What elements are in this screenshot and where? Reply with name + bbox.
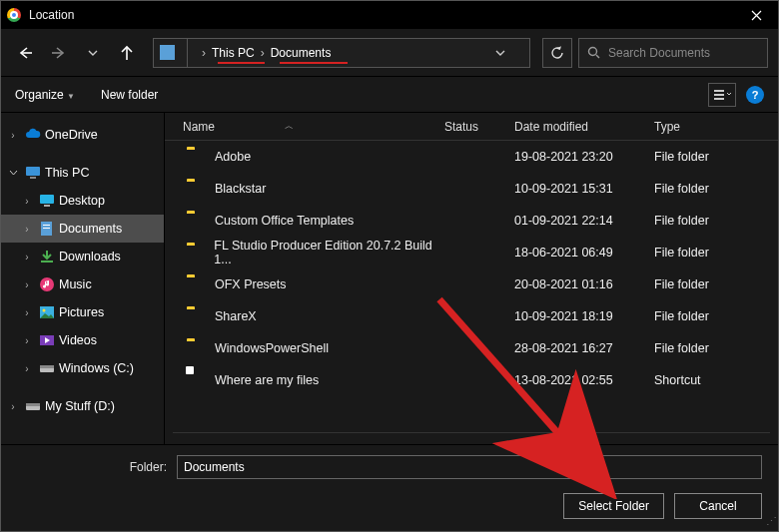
column-headers[interactable]: Name︿ Status Date modified Type [165,113,778,141]
file-date: 20-08-2021 01:16 [514,277,654,291]
table-row[interactable]: Adobe19-08-2021 23:20File folder [165,141,778,173]
file-name: FL Studio Producer Edition 20.7.2 Build … [214,239,444,266]
breadcrumb-root[interactable]: This PC [212,46,255,60]
search-placeholder: Search Documents [608,46,710,60]
col-date[interactable]: Date modified [514,120,654,134]
table-row[interactable]: OFX Presets20-08-2021 01:16File folder [165,268,778,300]
tree-pictures[interactable]: ›Pictures [1,298,164,326]
breadcrumb-leaf[interactable]: Documents [271,46,332,60]
back-button[interactable] [11,39,39,67]
file-name: ShareX [215,309,257,323]
footer: Folder: Select Folder Cancel [1,444,778,531]
resize-grip[interactable]: ⋰ [766,515,775,528]
table-row[interactable]: FL Studio Producer Edition 20.7.2 Build … [165,237,778,268]
breadcrumb-dropdown[interactable] [495,48,523,58]
col-type[interactable]: Type [654,120,778,134]
recent-dropdown[interactable] [79,39,107,67]
table-row[interactable]: WindowsPowerShell28-08-2021 16:27File fo… [165,332,778,364]
table-row[interactable]: Custom Office Templates01-09-2021 22:14F… [165,205,778,237]
svg-point-18 [43,309,46,312]
table-row[interactable]: Where are my files13-08-2021 02:55Shortc… [165,364,778,396]
tree-videos[interactable]: ›Videos [1,326,164,354]
downloads-icon [39,249,55,265]
file-type: File folder [654,150,778,164]
help-button[interactable]: ? [746,86,764,104]
file-type: File folder [654,277,778,291]
tree-music[interactable]: ›Music [1,270,164,298]
arrow-left-icon [17,46,33,60]
refresh-icon [550,46,564,60]
breadcrumb[interactable]: › This PC › Documents [153,38,530,68]
table-row[interactable]: ShareX10-09-2021 18:19File folder [165,300,778,332]
arrow-up-icon [120,45,134,61]
folder-input[interactable] [177,455,762,479]
refresh-button[interactable] [542,38,572,68]
cancel-button[interactable]: Cancel [674,493,762,519]
annotation-underline [218,62,265,64]
window-title: Location [29,8,74,22]
file-date: 18-06-2021 06:49 [514,246,654,260]
close-button[interactable] [734,1,778,29]
svg-rect-11 [44,205,50,207]
table-row[interactable]: Blackstar10-09-2021 15:31File folder [165,173,778,205]
svg-rect-8 [26,167,40,176]
toolbar: Organize ▼ New folder ? [1,77,778,113]
chevron-down-icon [495,48,505,58]
view-button[interactable] [708,83,736,107]
svg-rect-14 [43,228,50,229]
tree-onedrive[interactable]: ›OneDrive [1,121,164,149]
chrome-icon [7,8,21,22]
desktop-icon [39,193,55,209]
pc-icon [25,165,41,181]
new-folder-button[interactable]: New folder [101,88,158,102]
cloud-icon [25,127,41,143]
list-view-icon [713,89,731,101]
documents-icon [39,221,55,237]
tree-documents[interactable]: ›Documents [1,215,164,243]
svg-rect-7 [714,98,724,100]
file-list: Name︿ Status Date modified Type Adobe19-… [165,113,778,444]
select-folder-button[interactable]: Select Folder [563,493,664,519]
organize-menu[interactable]: Organize ▼ [15,88,75,102]
file-name: OFX Presets [215,277,287,291]
search-icon [587,46,600,59]
col-status[interactable]: Status [444,120,514,134]
svg-rect-21 [40,365,54,368]
file-name: Blackstar [215,182,266,196]
chevron-right-icon: › [202,46,206,60]
pictures-icon [39,304,55,320]
file-name: Adobe [215,150,251,164]
nav-tree: ›OneDrive This PC ›Desktop ›Documents ›D… [1,113,165,444]
svg-rect-13 [43,225,50,226]
file-type: File folder [654,214,778,228]
file-date: 19-08-2021 23:20 [514,150,654,164]
file-type: File folder [654,341,778,355]
tree-desktop[interactable]: ›Desktop [1,187,164,215]
svg-rect-10 [40,195,54,204]
chevron-right-icon: › [261,46,265,60]
drive-icon [39,360,55,376]
search-input[interactable]: Search Documents [578,38,768,68]
tree-ddrive[interactable]: ›My Stuff (D:) [1,392,164,420]
file-name: Custom Office Templates [215,214,354,228]
col-name[interactable]: Name [183,120,215,134]
chevron-down-icon [88,48,98,58]
file-type: File folder [654,246,778,260]
file-date: 28-08-2021 16:27 [514,341,654,355]
svg-line-4 [596,55,599,58]
documents-icon [160,45,175,60]
close-icon [751,10,762,21]
music-icon [39,276,55,292]
tree-cdrive[interactable]: ›Windows (C:) [1,354,164,382]
chevron-down-icon [5,169,21,178]
tree-thispc[interactable]: This PC [1,159,164,187]
tree-downloads[interactable]: ›Downloads [1,243,164,270]
navbar: › This PC › Documents Search Documents [1,29,778,77]
svg-rect-15 [41,261,53,263]
forward-button[interactable] [45,39,73,67]
videos-icon [39,332,55,348]
svg-point-3 [589,48,597,56]
folder-label: Folder: [17,460,167,474]
file-type: Shortcut [654,373,778,387]
up-button[interactable] [113,39,141,67]
